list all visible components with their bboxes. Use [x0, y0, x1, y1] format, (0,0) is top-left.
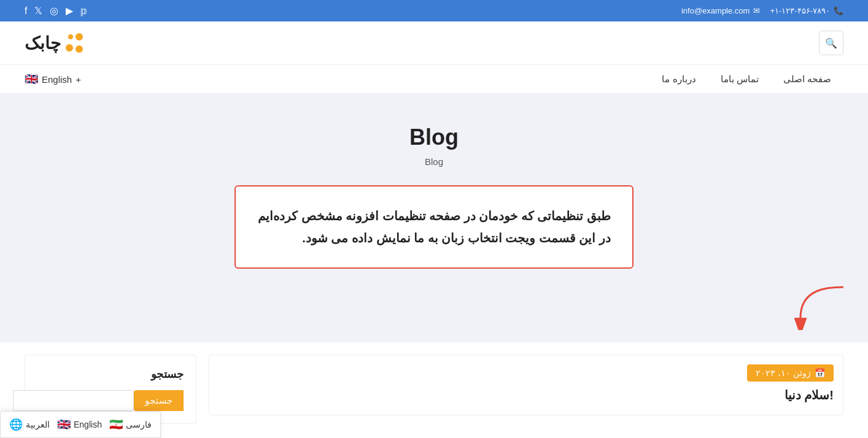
- language-switcher-bottom: 🌐 العربية 🇬🇧 English 🇮🇷 فارسی: [0, 411, 161, 436]
- sidebar-search-input[interactable]: [13, 390, 134, 411]
- plus-icon: +: [76, 74, 81, 85]
- facebook-icon[interactable]: f: [25, 6, 27, 17]
- contact-info: 📞 ۱-۱۲۳-۴۵۶-۷۸۹۰+ ✉ info@example.com: [681, 6, 843, 15]
- persian-label: فارسی: [126, 420, 152, 429]
- english-label: English: [74, 420, 102, 429]
- post-title[interactable]: !سلام دنیا: [209, 382, 843, 402]
- header-left: 🔍: [819, 31, 843, 55]
- email-icon: ✉: [753, 6, 760, 15]
- sidebar-search-title: جستجو: [37, 367, 184, 381]
- post-date: 📅 ژوئن ۱۰، ۲۰۲۳: [747, 364, 834, 382]
- lang-option-english[interactable]: 🇬🇧 English: [57, 418, 102, 431]
- phone-info: 📞 ۱-۱۲۳-۴۵۶-۷۸۹۰+: [770, 6, 843, 15]
- post-card: 📅 ژوئن ۱۰، ۲۰۲۳ !سلام دنیا: [209, 355, 843, 415]
- persian-flag-icon: 🇮🇷: [109, 418, 123, 431]
- uk-flag-icon: 🇬🇧: [25, 72, 38, 86]
- logo[interactable]: چابک: [25, 33, 83, 53]
- calendar-icon: 📅: [815, 368, 825, 378]
- twitter-icon[interactable]: 𝕏: [34, 5, 42, 17]
- navigation: صفحه اصلی تماس باما درباره ما + English …: [0, 65, 868, 94]
- sidebar-search-button[interactable]: جستجو: [134, 390, 184, 411]
- logo-text: چابک: [25, 33, 61, 53]
- lang-label: English: [42, 74, 72, 85]
- post-date-badge: 📅 ژوئن ۱۰، ۲۰۲۳: [209, 355, 843, 382]
- email-info: ✉ info@example.com: [681, 6, 760, 15]
- search-input-row: جستجو: [37, 390, 184, 411]
- instagram-icon[interactable]: ◎: [50, 5, 58, 17]
- english-flag-icon: 🇬🇧: [57, 418, 71, 431]
- nav-item-about[interactable]: درباره ما: [649, 65, 708, 93]
- logo-dots: [66, 33, 83, 53]
- youtube-icon[interactable]: ▶: [66, 5, 73, 17]
- arrow-icon: [782, 281, 856, 330]
- nav-lang-switcher[interactable]: + English 🇬🇧: [25, 72, 81, 86]
- notice-text: طبق تنظیماتی که خودمان در صفحه تنظیمات ا…: [257, 205, 611, 249]
- page-title: Blog: [12, 125, 856, 150]
- search-icon: 🔍: [825, 37, 837, 49]
- hero-section: Blog Blog طبق تنظیماتی که خودمان در صفحه…: [0, 94, 868, 342]
- phone-number: ۱-۱۲۳-۴۵۶-۷۸۹۰+: [770, 6, 830, 15]
- blog-posts: 📅 ژوئن ۱۰، ۲۰۲۳ !سلام دنیا: [209, 355, 843, 415]
- phone-icon: 📞: [834, 6, 843, 15]
- search-button[interactable]: 🔍: [819, 31, 843, 55]
- header: 🔍 چابک: [0, 21, 868, 65]
- notice-box: طبق تنظیماتی که خودمان در صفحه تنظیمات ا…: [234, 185, 634, 269]
- nav-item-home[interactable]: صفحه اصلی: [771, 65, 843, 93]
- nav-item-contact[interactable]: تماس باما: [708, 65, 771, 93]
- lang-option-persian[interactable]: 🇮🇷 فارسی: [109, 418, 152, 431]
- pinterest-icon[interactable]: 𝕡: [80, 5, 87, 17]
- arabic-flag-icon: 🌐: [9, 418, 23, 431]
- email-address: info@example.com: [681, 6, 750, 15]
- social-icons: 𝕡 ▶ ◎ 𝕏 f: [25, 5, 87, 17]
- arrow-container: [12, 281, 856, 330]
- lang-option-arabic[interactable]: 🌐 العربية: [9, 418, 50, 431]
- breadcrumb: Blog: [12, 156, 856, 167]
- top-bar: 📞 ۱-۱۲۳-۴۵۶-۷۸۹۰+ ✉ info@example.com 𝕡 ▶…: [0, 0, 868, 21]
- arabic-label: العربية: [26, 420, 50, 429]
